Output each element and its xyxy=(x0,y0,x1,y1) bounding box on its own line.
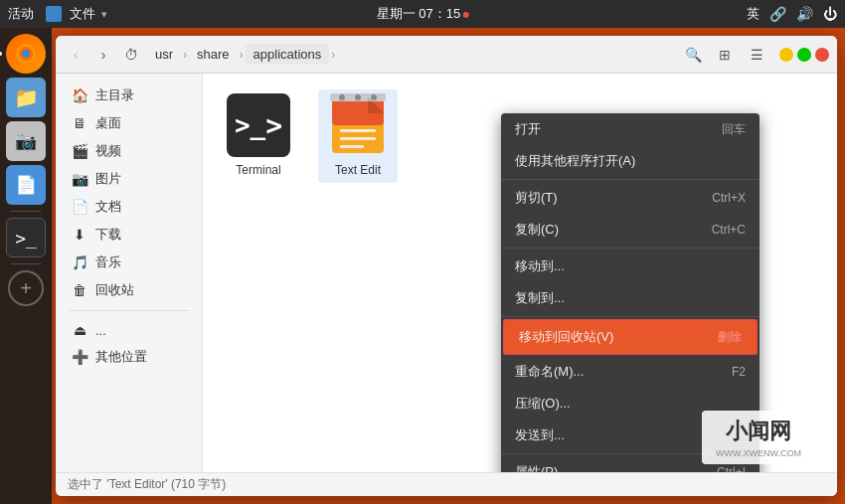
ctx-trash-label: 移动到回收站(V) xyxy=(519,328,698,346)
files-icon: 📁 xyxy=(14,85,39,109)
clock-label: 星期一 07：15 xyxy=(377,6,461,21)
docs-icon: 📄 xyxy=(15,174,37,196)
breadcrumb: usr › share › applications › xyxy=(147,44,676,65)
close-button[interactable] xyxy=(815,48,829,62)
sidebar-item-home[interactable]: 🏠 主目录 xyxy=(60,82,198,109)
dock-add-button[interactable]: + xyxy=(8,270,44,306)
sidebar-label-trash: 回收站 xyxy=(95,281,134,299)
list-view-button[interactable]: ☰ xyxy=(744,42,769,68)
sidebar-item-desktop[interactable]: 🖥 桌面 xyxy=(60,109,198,137)
file-terminal[interactable]: >_ Terminal xyxy=(219,89,298,183)
network-icon[interactable]: 🔗 xyxy=(769,6,786,22)
dock-item-files[interactable]: 📁 xyxy=(6,78,46,117)
fm-sidebar: 🏠 主目录 🖥 桌面 🎬 视频 📷 图片 📄 文档 xyxy=(56,74,203,472)
svg-point-8 xyxy=(371,94,377,100)
ctx-properties-shortcut: Ctrl+I xyxy=(717,465,746,472)
home-icon: 🏠 xyxy=(72,87,87,103)
sidebar-item-music[interactable]: 🎵 音乐 xyxy=(60,249,198,276)
ctx-open-shortcut: 回车 xyxy=(722,121,746,138)
sidebar-item-trash[interactable]: 🗑 回收站 xyxy=(60,276,198,304)
search-button[interactable]: 🔍 xyxy=(680,42,706,68)
ctx-sep-2 xyxy=(501,248,760,249)
fm-toolbar-right: 🔍 ⊞ ☰ xyxy=(680,42,829,68)
ctx-copy-label: 复制(C) xyxy=(515,221,692,239)
sidebar-item-videos[interactable]: 🎬 视频 xyxy=(60,137,198,165)
topbar-clock: 星期一 07：15 xyxy=(377,5,469,23)
sidebar-label-pictures: 图片 xyxy=(95,170,121,188)
other-icon: ➕ xyxy=(72,349,87,365)
textedit-file-label: Text Edit xyxy=(335,163,381,179)
ctx-copy-shortcut: Ctrl+C xyxy=(712,223,746,237)
sidebar-item-downloads[interactable]: ⬇ 下载 xyxy=(60,221,198,249)
terminal-file-icon: >_ xyxy=(227,93,290,157)
dock-item-terminal[interactable]: >_ xyxy=(6,218,46,257)
textedit-file-icon xyxy=(326,93,390,157)
terminal-file-label: Terminal xyxy=(236,163,280,179)
trash-icon: 🗑 xyxy=(72,282,87,298)
documents-icon: 📄 xyxy=(72,199,87,215)
camera-icon: 📷 xyxy=(15,130,37,152)
file-menu-label: 文件 xyxy=(70,5,95,23)
file-textedit[interactable]: Text Edit xyxy=(318,89,398,183)
music-icon: 🎵 xyxy=(72,254,87,270)
sidebar-item-documents[interactable]: 📄 文档 xyxy=(60,193,198,221)
svg-point-6 xyxy=(339,94,345,100)
sidebar-label-downloads: 下载 xyxy=(95,226,121,244)
bc-applications[interactable]: applications xyxy=(246,44,330,65)
ctx-trash[interactable]: 移动到回收站(V) 删除 xyxy=(503,319,758,355)
window-controls xyxy=(779,48,829,62)
bc-sep-2: › xyxy=(240,48,244,62)
sidebar-label-home: 主目录 xyxy=(95,86,134,104)
dock-separator xyxy=(11,211,41,212)
dock-item-firefox[interactable] xyxy=(6,34,46,74)
bc-sep-1: › xyxy=(183,48,187,62)
svg-rect-10 xyxy=(340,137,376,140)
grid-view-button[interactable]: ⊞ xyxy=(712,42,738,68)
bc-share[interactable]: share xyxy=(189,44,238,65)
nav-back-button[interactable]: ‹ xyxy=(64,43,87,67)
file-manager-icon xyxy=(46,6,62,22)
sidebar-item-eject[interactable]: ⏏ ... xyxy=(60,317,198,343)
power-icon[interactable]: ⏻ xyxy=(823,6,837,22)
dock-item-camera[interactable]: 📷 xyxy=(6,121,46,161)
ctx-rename-shortcut: F2 xyxy=(732,365,746,379)
dock: 📁 📷 📄 >_ + xyxy=(0,28,52,504)
fm-statusbar: 选中了 'Text Editor' (710 字节) xyxy=(56,472,837,496)
topbar: 活动 文件 ▾ 星期一 07：15 英 🔗 🔊 ⏻ xyxy=(0,0,845,28)
ctx-sep-1 xyxy=(501,179,760,180)
ctx-trash-shortcut: 删除 xyxy=(718,329,742,346)
nav-recent-button[interactable]: ⏱ xyxy=(119,43,143,67)
statusbar-text: 选中了 'Text Editor' (710 字节) xyxy=(68,476,226,493)
ctx-open[interactable]: 打开 回车 xyxy=(501,113,760,145)
sidebar-label-music: 音乐 xyxy=(95,253,121,271)
textedit-icon-svg xyxy=(326,93,390,157)
bc-usr[interactable]: usr xyxy=(147,44,181,65)
lang-indicator[interactable]: 英 xyxy=(747,5,760,23)
ctx-copy-to[interactable]: 复制到... xyxy=(501,282,760,314)
ctx-sep-3 xyxy=(501,316,760,317)
ctx-cut[interactable]: 剪切(T) Ctrl+X xyxy=(501,182,760,214)
ctx-copy[interactable]: 复制(C) Ctrl+C xyxy=(501,214,760,246)
file-menu[interactable]: 文件 ▾ xyxy=(46,5,107,23)
watermark: 小闻网 WWW.XWENW.COM xyxy=(702,411,815,464)
main-container: 📁 📷 📄 >_ + ‹ › ⏱ usr › share › xyxy=(0,28,845,504)
maximize-button[interactable] xyxy=(797,48,811,62)
ctx-copy-to-label: 复制到... xyxy=(515,289,746,307)
ctx-cut-shortcut: Ctrl+X xyxy=(712,191,746,205)
activities-button[interactable]: 活动 xyxy=(8,5,34,23)
sidebar-item-other[interactable]: ➕ 其他位置 xyxy=(60,343,198,371)
watermark-main: 小闻网 xyxy=(716,417,801,446)
sidebar-label-videos: 视频 xyxy=(95,142,121,160)
sound-icon[interactable]: 🔊 xyxy=(796,6,813,22)
ctx-cut-label: 剪切(T) xyxy=(515,189,692,207)
topbar-left: 活动 文件 ▾ xyxy=(8,5,107,23)
ctx-move-to[interactable]: 移动到... xyxy=(501,251,760,282)
ctx-open-with[interactable]: 使用其他程序打开(A) xyxy=(501,145,760,177)
ctx-rename[interactable]: 重命名(M)... F2 xyxy=(501,356,760,388)
watermark-sub: WWW.XWENW.COM xyxy=(716,448,801,458)
sidebar-label-eject: ... xyxy=(95,323,106,338)
minimize-button[interactable] xyxy=(779,48,793,62)
nav-forward-button[interactable]: › xyxy=(91,43,115,67)
dock-item-docs[interactable]: 📄 xyxy=(6,165,46,205)
sidebar-item-pictures[interactable]: 📷 图片 xyxy=(60,165,198,193)
